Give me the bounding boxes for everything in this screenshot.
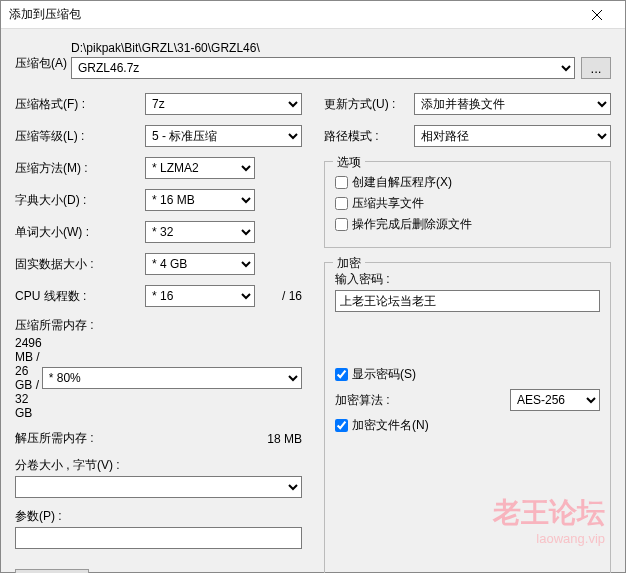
- close-button[interactable]: [577, 1, 617, 29]
- password-input[interactable]: [335, 290, 600, 312]
- titlebar: 添加到压缩包: [1, 1, 625, 29]
- compress-mem-label: 压缩所需内存 :: [15, 317, 94, 334]
- sfx-label: 创建自解压程序(X): [352, 174, 452, 191]
- update-select[interactable]: 添加并替换文件: [414, 93, 611, 115]
- params-input[interactable]: [15, 527, 302, 549]
- compress-mem-value: 2496 MB / 26 GB / 32 GB: [15, 336, 42, 420]
- update-label: 更新方式(U) :: [324, 96, 414, 113]
- browse-button[interactable]: ...: [581, 57, 611, 79]
- delete-checkbox[interactable]: [335, 218, 348, 231]
- solid-select[interactable]: * 4 GB: [145, 253, 255, 275]
- method-label: 压缩方法(M) :: [15, 160, 145, 177]
- cpu-label: CPU 线程数 :: [15, 288, 145, 305]
- split-select[interactable]: [15, 476, 302, 498]
- show-password-label: 显示密码(S): [352, 366, 416, 383]
- encryption-fieldset: 加密 输入密码 : 显示密码(S) 加密算法 : AES-256 加密文件名(: [324, 262, 611, 573]
- word-label: 单词大小(W) :: [15, 224, 145, 241]
- level-label: 压缩等级(L) :: [15, 128, 145, 145]
- format-label: 压缩格式(F) :: [15, 96, 145, 113]
- decompress-mem-label: 解压所需内存 :: [15, 430, 145, 447]
- archive-filename-select[interactable]: GRZL46.7z: [71, 57, 575, 79]
- encrypt-names-row[interactable]: 加密文件名(N): [335, 417, 600, 434]
- archive-row: 压缩包(A) D:\pikpak\Bit\GRZL\31-60\GRZL46\ …: [15, 41, 611, 79]
- format-select[interactable]: 7z: [145, 93, 302, 115]
- left-column: 压缩格式(F) : 7z 压缩等级(L) : 5 - 标准压缩 压缩方法(M) …: [15, 93, 302, 573]
- delete-checkbox-row[interactable]: 操作完成后删除源文件: [335, 216, 600, 233]
- cpu-select[interactable]: * 16: [145, 285, 255, 307]
- password-label: 输入密码 :: [335, 271, 600, 288]
- shared-checkbox-row[interactable]: 压缩共享文件: [335, 195, 600, 212]
- word-select[interactable]: * 32: [145, 221, 255, 243]
- sfx-checkbox[interactable]: [335, 176, 348, 189]
- close-icon: [592, 10, 602, 20]
- show-password-checkbox[interactable]: [335, 368, 348, 381]
- compress-mem-pct-select[interactable]: * 80%: [42, 367, 302, 389]
- options-button[interactable]: 选项: [15, 569, 89, 573]
- dialog-window: 添加到压缩包 压缩包(A) D:\pikpak\Bit\GRZL\31-60\G…: [0, 0, 626, 573]
- encryption-legend: 加密: [333, 255, 365, 272]
- decompress-mem-value: 18 MB: [145, 432, 302, 446]
- archive-label: 压缩包(A): [15, 41, 71, 72]
- solid-label: 固实数据大小 :: [15, 256, 145, 273]
- dict-select[interactable]: * 16 MB: [145, 189, 255, 211]
- level-select[interactable]: 5 - 标准压缩: [145, 125, 302, 147]
- shared-checkbox[interactable]: [335, 197, 348, 210]
- shared-label: 压缩共享文件: [352, 195, 424, 212]
- content-area: 压缩包(A) D:\pikpak\Bit\GRZL\31-60\GRZL46\ …: [1, 29, 625, 573]
- algo-label: 加密算法 :: [335, 392, 510, 409]
- show-password-row[interactable]: 显示密码(S): [335, 366, 600, 383]
- archive-path: D:\pikpak\Bit\GRZL\31-60\GRZL46\: [71, 41, 611, 55]
- method-select[interactable]: * LZMA2: [145, 157, 255, 179]
- delete-label: 操作完成后删除源文件: [352, 216, 472, 233]
- window-title: 添加到压缩包: [9, 6, 577, 23]
- pathmode-label: 路径模式 :: [324, 128, 414, 145]
- split-label: 分卷大小 , 字节(V) :: [15, 457, 302, 474]
- options-fieldset: 选项 创建自解压程序(X) 压缩共享文件 操作完成后删除源文件: [324, 161, 611, 248]
- options-legend: 选项: [333, 154, 365, 171]
- algo-select[interactable]: AES-256: [510, 389, 600, 411]
- cpu-total: / 16: [282, 289, 302, 303]
- dict-label: 字典大小(D) :: [15, 192, 145, 209]
- params-label: 参数(P) :: [15, 508, 302, 525]
- encrypt-names-label: 加密文件名(N): [352, 417, 429, 434]
- right-column: 更新方式(U) : 添加并替换文件 路径模式 : 相对路径 选项 创建自解压程序…: [324, 93, 611, 573]
- encrypt-names-checkbox[interactable]: [335, 419, 348, 432]
- columns: 压缩格式(F) : 7z 压缩等级(L) : 5 - 标准压缩 压缩方法(M) …: [15, 93, 611, 573]
- pathmode-select[interactable]: 相对路径: [414, 125, 611, 147]
- sfx-checkbox-row[interactable]: 创建自解压程序(X): [335, 174, 600, 191]
